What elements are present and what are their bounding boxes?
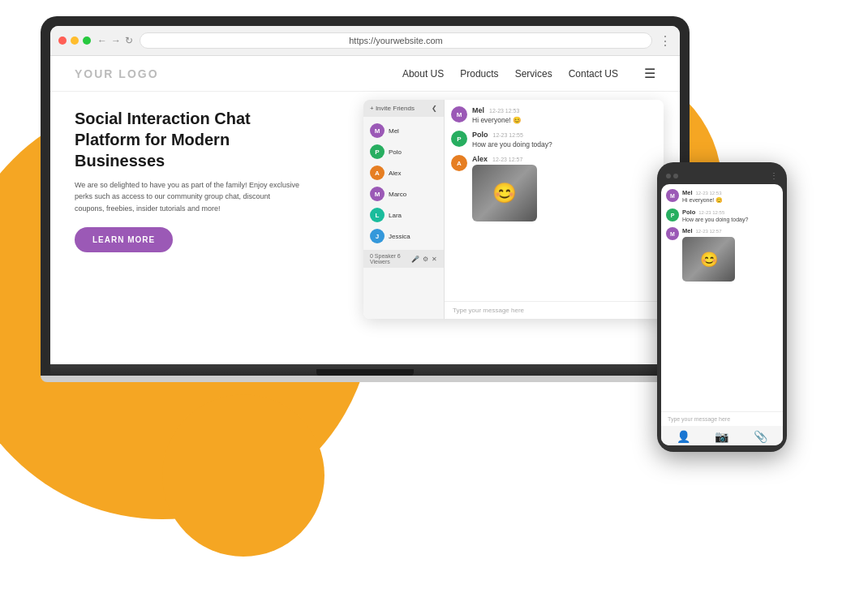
list-item[interactable]: P Polo bbox=[363, 141, 444, 162]
nav-contact[interactable]: Contact US bbox=[569, 68, 618, 80]
avatar: P bbox=[666, 209, 679, 221]
chat-messages: M Mel 12-23 12:53 Hi everyone! 😊 bbox=[445, 100, 664, 301]
message-text: How are you doing today? bbox=[472, 140, 657, 148]
phone-menu-icon[interactable]: ⋮ bbox=[770, 171, 778, 180]
phone-camera-icon[interactable]: 📷 bbox=[715, 430, 728, 443]
laptop-mockup: ← → ↻ https://yourwebsite.com ⋮ YOUR LOG… bbox=[41, 16, 690, 382]
chat-message-row: A Alex 12-23 12:57 😊 bbox=[451, 155, 657, 221]
message-content: Mel 12-23 12:53 Hi everyone! 😊 bbox=[472, 106, 657, 124]
message-time: 12-23 12:57 bbox=[492, 157, 522, 162]
avatar: A bbox=[370, 166, 385, 180]
phone-attachment-icon[interactable]: 📎 bbox=[754, 430, 767, 443]
browser-url-bar[interactable]: https://yourwebsite.com bbox=[140, 32, 652, 49]
list-item[interactable]: J Jessica bbox=[363, 226, 444, 247]
phone-message-time: 12-23 12:57 bbox=[696, 229, 722, 234]
nav-services[interactable]: Services bbox=[515, 68, 552, 80]
phone-message-row: P Polo 12-23 12:55 How are you doing tod… bbox=[666, 209, 778, 222]
hero-title: Social Interaction Chat Platform for Mod… bbox=[75, 108, 302, 171]
phone-dot bbox=[673, 174, 678, 178]
list-item[interactable]: A Alex bbox=[363, 162, 444, 183]
chat-sidebar-icons: 🎤 ⚙ ✕ bbox=[411, 256, 437, 263]
close-icon[interactable]: ✕ bbox=[432, 256, 437, 263]
dot-green[interactable] bbox=[83, 37, 91, 45]
message-content: Alex 12-23 12:57 😊 bbox=[472, 155, 657, 221]
phone-message-content: Mel 12-23 12:57 😊 bbox=[682, 227, 778, 282]
phone-top-bar: ⋮ bbox=[661, 169, 783, 184]
learn-more-button[interactable]: LEARN MORE bbox=[75, 227, 173, 252]
avatar: A bbox=[451, 155, 467, 171]
chat-message-row: P Polo 12-23 12:55 How are you doing tod… bbox=[451, 131, 657, 148]
phone-message-text: How are you doing today? bbox=[682, 217, 778, 222]
forward-arrow-icon[interactable]: → bbox=[111, 35, 121, 46]
image-content: 😊 bbox=[472, 165, 537, 221]
sidebar-collapse-icon[interactable]: ❮ bbox=[432, 105, 437, 112]
laptop-stand bbox=[41, 376, 690, 382]
message-image: 😊 bbox=[472, 165, 537, 221]
phone-message-content: Polo 12-23 12:55 How are you doing today… bbox=[682, 209, 778, 222]
avatar: M bbox=[370, 123, 385, 138]
reload-icon[interactable]: ↻ bbox=[125, 35, 133, 46]
phone-screen: M Mel 12-23 12:53 Hi everyone! 😊 P P bbox=[661, 184, 783, 445]
phone-message-header: Polo 12-23 12:55 bbox=[682, 209, 778, 216]
phone-messages: M Mel 12-23 12:53 Hi everyone! 😊 P P bbox=[661, 184, 783, 411]
message-text: Hi everyone! 😊 bbox=[472, 116, 657, 124]
chat-user-list: M Mel P Polo A Alex bbox=[363, 117, 444, 250]
hamburger-icon[interactable]: ☰ bbox=[644, 66, 655, 81]
phone-mockup: ⋮ M Mel 12-23 12:53 Hi everyone! 😊 bbox=[657, 162, 787, 452]
user-name: Mel bbox=[389, 127, 399, 135]
mic-icon[interactable]: 🎤 bbox=[411, 256, 419, 263]
phone-message-header: Mel 12-23 12:57 bbox=[682, 227, 778, 234]
avatar: L bbox=[370, 208, 385, 222]
nav-products[interactable]: Products bbox=[460, 68, 498, 80]
avatar: M bbox=[451, 106, 467, 123]
message-sender: Polo bbox=[472, 131, 488, 139]
chat-message-row: M Mel 12-23 12:53 Hi everyone! 😊 bbox=[451, 106, 657, 124]
invite-friends-label[interactable]: + Invite Friends bbox=[370, 105, 415, 112]
list-item[interactable]: M Mel bbox=[363, 120, 444, 141]
list-item[interactable]: M Marco bbox=[363, 183, 444, 204]
site-nav-links: About US Products Services Contact US ☰ bbox=[402, 66, 655, 81]
phone-message-time: 12-23 12:55 bbox=[698, 210, 724, 215]
phone-message-sender: Mel bbox=[682, 227, 693, 234]
phone-dot bbox=[666, 174, 671, 178]
phone-bottom-bar: 👤 📷 📎 bbox=[661, 426, 783, 445]
message-sender: Mel bbox=[472, 106, 484, 114]
dot-yellow[interactable] bbox=[71, 37, 79, 45]
back-arrow-icon[interactable]: ← bbox=[97, 35, 107, 46]
phone-message-row: M Mel 12-23 12:53 Hi everyone! 😊 bbox=[666, 189, 778, 204]
phone-message-text: Hi everyone! 😊 bbox=[682, 197, 778, 204]
chat-input-placeholder[interactable]: Type your message here bbox=[453, 307, 655, 314]
bg-circle-bottom bbox=[162, 394, 324, 557]
message-header: Polo 12-23 12:55 bbox=[472, 131, 657, 139]
phone-message-row: M Mel 12-23 12:57 😊 bbox=[666, 227, 778, 282]
user-name: Marco bbox=[389, 191, 406, 198]
chat-ui: + Invite Friends ❮ M Mel P Polo bbox=[363, 100, 664, 319]
phone-input-area: Type your message here bbox=[661, 411, 783, 426]
laptop-screen: ← → ↻ https://yourwebsite.com ⋮ YOUR LOG… bbox=[50, 26, 680, 364]
message-content: Polo 12-23 12:55 How are you doing today… bbox=[472, 131, 657, 148]
phone-frame: ⋮ M Mel 12-23 12:53 Hi everyone! 😊 bbox=[657, 162, 787, 452]
phone-input-placeholder[interactable]: Type your message here bbox=[668, 416, 730, 422]
chat-sidebar-header: + Invite Friends ❮ bbox=[363, 100, 444, 117]
laptop-frame: ← → ↻ https://yourwebsite.com ⋮ YOUR LOG… bbox=[41, 16, 690, 376]
hero-description: We are so delighted to have you as part … bbox=[75, 179, 302, 214]
phone-dots bbox=[666, 174, 678, 178]
chat-sidebar: + Invite Friends ❮ M Mel P Polo bbox=[363, 100, 445, 319]
dot-red[interactable] bbox=[58, 37, 67, 45]
list-item[interactable]: L Lara bbox=[363, 204, 444, 226]
message-time: 12-23 12:55 bbox=[493, 132, 523, 138]
phone-message-image: 😊 bbox=[682, 237, 735, 282]
laptop-notch bbox=[316, 369, 414, 376]
avatar: J bbox=[370, 229, 385, 243]
message-header: Mel 12-23 12:53 bbox=[472, 106, 657, 114]
browser-menu-icon[interactable]: ⋮ bbox=[659, 33, 672, 49]
speaker-viewers-label: 0 Speaker 6 Viewers bbox=[370, 253, 411, 264]
chat-sidebar-footer: 0 Speaker 6 Viewers 🎤 ⚙ ✕ bbox=[363, 250, 444, 268]
settings-icon[interactable]: ⚙ bbox=[423, 256, 428, 263]
laptop-base bbox=[50, 364, 680, 376]
nav-about[interactable]: About US bbox=[402, 68, 444, 80]
avatar: M bbox=[666, 189, 679, 202]
user-name: Lara bbox=[389, 212, 402, 219]
phone-user-icon[interactable]: 👤 bbox=[677, 430, 690, 443]
site-hero: Social Interaction Chat Platform for Mod… bbox=[50, 92, 680, 269]
